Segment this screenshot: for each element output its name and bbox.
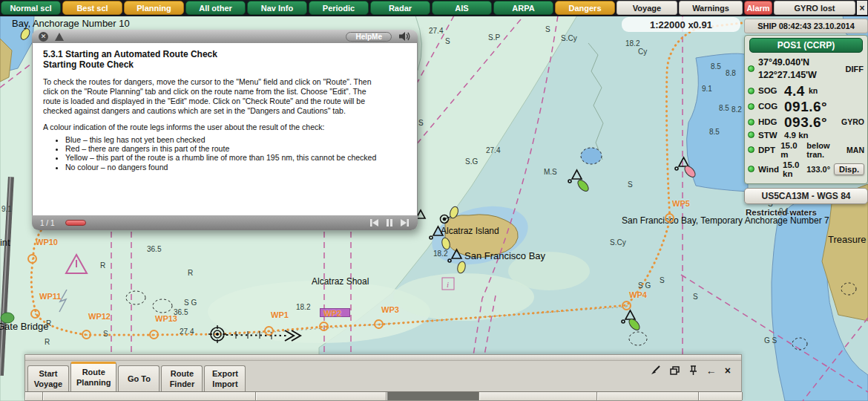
map-label: R [45,338,50,346]
toolbar-button-normal-scl[interactable]: Normal scl [1,1,61,15]
tab-go-to[interactable]: Go To [118,365,160,392]
toolbar-button-planning[interactable]: Planning [124,1,184,15]
tab-start-voyage[interactable]: Start Voyage [27,365,69,392]
map-label: 27.4 [429,27,443,35]
waypoint-circle-wp12[interactable] [82,330,91,339]
waypoint-circle-wp2[interactable] [319,322,329,331]
skip-back-icon[interactable] [369,218,379,227]
table-header-cell [597,392,699,400]
collapse-up-icon[interactable] [55,33,64,41]
page-indicator: 1 / 1 [40,219,54,227]
waypoint-label-wp5: WP5 [672,199,690,208]
waypoint-label-wp10: WP10 [36,238,58,247]
nav-label: COG [758,102,780,111]
toolbar-button-dangers[interactable]: Dangers [555,1,615,15]
nav-tag: GYRO [841,117,864,126]
waypoint-circle-wp5[interactable] [665,213,674,223]
help-title: 5.3.1 Starting an Automated Route Check [43,50,407,60]
area-status-text: Restricted waters [744,208,868,217]
help-bullet-list: Blue – this leg has not yet been checked… [65,135,407,172]
nav-data-panel: POS1 (CCRP) 37°49.040'N 122°27.145'W DIF… [744,35,868,184]
nav-label: HDG [758,117,780,126]
disp-button[interactable]: Disp. [834,163,864,175]
toolbar-button-periodic[interactable]: Periodic [309,1,369,15]
help-bullet: Blue – this leg has not yet been checked [65,135,407,144]
nav-row-cog: COG091.6° [748,100,864,114]
toolbar-button-nav-info[interactable]: Nav Info [247,1,307,15]
toolbar-button-arpa[interactable]: ARPA [493,1,553,15]
svg-text:i: i [447,280,449,289]
toolbar-button-voyage[interactable]: Voyage [617,1,677,15]
waypoint-circle-wp13[interactable] [149,330,159,339]
waypoint-label-wp3: WP3 [381,305,399,314]
nav-extra: below tran. [806,141,843,159]
status-dot-icon [748,65,754,72]
help-bullet: Red – there are dangers in this part of … [65,144,407,153]
nav-label: STW [758,131,780,140]
map-label: S [693,293,698,301]
toolbar-button-gyro-lost[interactable]: GYRO lost [774,1,855,15]
brush-icon[interactable] [650,365,661,376]
latitude-value: 37°49.040'N [758,57,809,68]
map-label: S.Cy [561,34,577,42]
map-label: G S [764,336,777,345]
nav-side-panel: SHIP 08:42:43 23.10.2014 POS1 (CCRP) 37°… [744,19,868,217]
nav-value: 4.4 [784,84,805,98]
pos-source-button[interactable]: POS1 (CCRP) [749,38,863,53]
route-table-header [25,391,741,400]
nav-row-dpt: DPT15.0 mbelow tran.MAN [748,141,864,159]
toolbar-button-ais[interactable]: AIS [432,1,492,15]
pause-icon[interactable] [386,218,393,227]
table-header-cell [256,392,387,400]
panel-grip[interactable] [25,355,741,361]
toolbar-button-warnings[interactable]: Warnings [679,1,743,15]
toolbar-button-best-scl[interactable]: Best scl [62,1,122,15]
toolbar-close-button[interactable]: × [857,1,867,15]
speaker-icon[interactable] [398,31,411,42]
waypoint-circle-wp11[interactable] [30,309,40,319]
map-label: 8.5 [711,62,721,71]
map-label: Gate Bridge [0,321,48,332]
status-dot-icon [748,103,754,110]
map-label: 8.5 [719,104,729,112]
waypoint-circle-wp10[interactable] [27,254,37,264]
tab-route-planning[interactable]: Route Planning [70,362,116,392]
panel-window-controls: ← × [650,365,731,376]
waypoint-label-wp12: WP12 [88,312,111,321]
status-dot-icon [748,131,754,138]
diff-badge: DIFF [846,65,864,74]
help-dialog-titlebar[interactable]: ✕ HelpMe [32,30,418,43]
nav-value: 15.0 m [780,141,803,159]
map-label: 18.2 [296,303,310,311]
route-tools-panel: Start VoyageRoute PlanningGo ToRoute Fin… [24,354,742,401]
status-dot-icon [748,119,754,125]
nav-label: Wind [758,165,779,174]
help-dialog: ✕ HelpMe 5.3.1 Starting an Automated Rou… [32,30,418,230]
map-label: Alcatraz Shoal [312,276,369,287]
map-label: 9.1 [702,85,712,93]
map-label: 36.5 [147,245,161,253]
arrow-left-icon[interactable]: ← [706,365,717,376]
chart-cell-button[interactable]: US5CA13M - WGS 84 [744,188,868,204]
position-row: 37°49.040'N 122°27.145'W DIFF [748,56,864,82]
ecdis-screen: i [0,0,868,401]
pin-icon[interactable] [688,365,698,376]
toolbar-button-all-other[interactable]: All other [185,1,246,15]
toolbar-button-alarm[interactable]: Alarm [744,1,772,15]
waypoint-circle-wp1[interactable] [264,326,274,336]
waypoint-circle-wp3[interactable] [374,319,384,329]
help-paragraph: A colour indication of the route legs in… [43,123,372,132]
tab-route-finder[interactable]: Route Finder [161,365,203,392]
waypoint-circle-wp4[interactable] [622,301,631,310]
toolbar-button-radar[interactable]: Radar [370,1,430,15]
panel-close-icon[interactable]: × [725,365,731,376]
helpme-button[interactable]: HelpMe [346,32,392,42]
nav-label: DPT [758,146,777,154]
table-header-cell [387,392,479,400]
tab-export-import[interactable]: Export Import [204,365,246,392]
close-icon[interactable]: ✕ [39,32,48,42]
nav-row-hdg: HDG093.6°GYRO [748,115,864,129]
skip-forward-icon[interactable] [400,218,410,227]
ship-clock: SHIP 08:42:43 23.10.2014 [744,19,868,33]
cascade-windows-icon[interactable] [669,365,680,376]
